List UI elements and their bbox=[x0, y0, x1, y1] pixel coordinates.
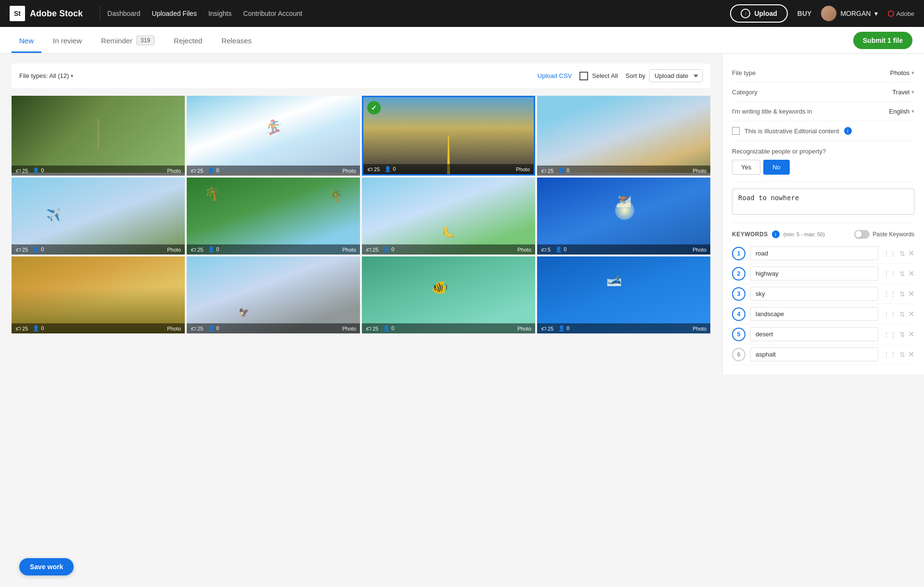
tab-new[interactable]: New bbox=[12, 28, 41, 53]
kw-drag-icon-1[interactable]: ⋮⋮ bbox=[883, 250, 897, 257]
kw-sort-icon-4[interactable]: ⇅ bbox=[899, 310, 905, 318]
title-input[interactable] bbox=[732, 189, 914, 215]
nav-uploaded-files[interactable]: Uploaded Files bbox=[152, 10, 197, 17]
adobe-icon: ⬡ bbox=[887, 9, 894, 18]
brand-logo[interactable]: St Adobe Stock bbox=[10, 6, 83, 21]
brand-name: Adobe Stock bbox=[30, 9, 83, 19]
people-count-7: 👤 0 bbox=[383, 246, 394, 253]
nav-insights[interactable]: Insights bbox=[208, 10, 231, 17]
keyword-num-5: 5 bbox=[732, 328, 745, 341]
image-cell-1[interactable]: 🏷 25 👤 0 Photo bbox=[12, 96, 185, 176]
tab-releases[interactable]: Releases bbox=[214, 28, 259, 53]
buy-link[interactable]: BUY bbox=[797, 10, 812, 17]
keyword-count-3: 🏷 25 bbox=[367, 166, 380, 172]
image-cell-10[interactable]: 🦅 🏷 25 👤 0 Photo bbox=[187, 256, 360, 333]
people-count-4: 👤 0 bbox=[558, 167, 569, 174]
editorial-info-icon[interactable]: i bbox=[844, 127, 852, 135]
upload-csv-button[interactable]: Upload CSV bbox=[538, 72, 572, 79]
keyword-input-5[interactable] bbox=[750, 327, 878, 341]
img-stats-10: 🏷 25 👤 0 bbox=[191, 325, 219, 332]
img-type-8: Photo bbox=[693, 247, 706, 253]
file-type-select[interactable]: Photos ▾ bbox=[890, 69, 914, 77]
img-type-1: Photo bbox=[167, 168, 181, 174]
keyword-input-1[interactable] bbox=[750, 246, 878, 260]
paste-keywords-toggle[interactable] bbox=[854, 230, 870, 239]
yes-button[interactable]: Yes bbox=[732, 160, 760, 175]
keyword-input-3[interactable] bbox=[750, 287, 878, 301]
select-all-checkbox[interactable] bbox=[579, 72, 588, 80]
img-type-10: Photo bbox=[342, 326, 356, 332]
sort-select[interactable]: Upload date Title File name bbox=[649, 69, 703, 82]
kw-drag-icon-6[interactable]: ⋮⋮ bbox=[883, 351, 897, 358]
image-cell-12[interactable]: 🎿 🏷 25 👤 0 Photo bbox=[537, 256, 710, 333]
image-cell-6[interactable]: 🌴 🌴 🏷 25 👤 0 Photo bbox=[187, 178, 360, 255]
keyword-row-1: 1 ⋮⋮ ⇅ ✕ bbox=[732, 243, 914, 264]
image-cell-9[interactable]: 🏷 25 👤 0 Photo bbox=[12, 256, 185, 333]
keyword-row-2: 2 ⋮⋮ ⇅ ✕ bbox=[732, 264, 914, 284]
keyword-input-2[interactable] bbox=[750, 267, 878, 281]
editorial-checkbox[interactable] bbox=[732, 127, 740, 135]
img-type-2: Photo bbox=[342, 168, 356, 174]
kw-remove-icon-6[interactable]: ✕ bbox=[908, 350, 914, 359]
kw-remove-icon-2[interactable]: ✕ bbox=[908, 269, 914, 278]
language-row: I'm writing title & keywords in English … bbox=[732, 102, 914, 121]
kw-actions-6: ⋮⋮ ⇅ ✕ bbox=[883, 350, 914, 359]
submit-button[interactable]: Submit 1 file bbox=[853, 32, 912, 49]
image-footer-6: 🏷 25 👤 0 Photo bbox=[187, 244, 360, 255]
kw-sort-icon-1[interactable]: ⇅ bbox=[899, 250, 905, 257]
language-arrow-icon: ▾ bbox=[911, 108, 914, 115]
adobe-label: Adobe bbox=[896, 10, 914, 17]
keywords-info-icon[interactable]: i bbox=[772, 230, 780, 238]
image-cell-7[interactable]: 🦶 🏷 25 👤 0 Photo bbox=[362, 178, 535, 255]
kw-remove-icon-5[interactable]: ✕ bbox=[908, 330, 914, 339]
kw-sort-icon-5[interactable]: ⇅ bbox=[899, 331, 905, 338]
keyword-num-3: 3 bbox=[732, 287, 745, 301]
upload-button[interactable]: ↑ Upload bbox=[730, 4, 787, 23]
image-footer-8: 🏷 5 👤 0 Photo bbox=[537, 244, 710, 255]
img-type-11: Photo bbox=[517, 326, 531, 332]
img-stats-9: 🏷 25 👤 0 bbox=[15, 325, 44, 332]
kw-drag-icon-4[interactable]: ⋮⋮ bbox=[883, 310, 897, 318]
file-type-label: File types: All (12) bbox=[19, 72, 69, 79]
no-button[interactable]: No bbox=[763, 160, 790, 175]
kw-sort-icon-3[interactable]: ⇅ bbox=[899, 290, 905, 298]
kw-remove-icon-4[interactable]: ✕ bbox=[908, 309, 914, 319]
image-cell-4[interactable]: 🏷 25 👤 0 Photo bbox=[537, 96, 710, 176]
kw-drag-icon-3[interactable]: ⋮⋮ bbox=[883, 290, 897, 298]
kw-remove-icon-1[interactable]: ✕ bbox=[908, 249, 914, 258]
image-grid: 🏷 25 👤 0 Photo 🏂 🏷 25 👤 0 Photo bbox=[12, 96, 710, 333]
tab-in-review[interactable]: In review bbox=[45, 28, 90, 53]
image-cell-11[interactable]: 🐠 🏷 25 👤 0 Photo bbox=[362, 256, 535, 333]
tabs-bar: New In review Reminder 319 Rejected Rele… bbox=[0, 27, 924, 54]
kw-sort-icon-6[interactable]: ⇅ bbox=[899, 351, 905, 358]
keyword-input-4[interactable] bbox=[750, 307, 878, 321]
nav-dashboard[interactable]: Dashboard bbox=[107, 10, 141, 17]
language-select[interactable]: English ▾ bbox=[889, 108, 914, 115]
yn-buttons: Yes No bbox=[732, 160, 914, 175]
kw-drag-icon-2[interactable]: ⋮⋮ bbox=[883, 270, 897, 278]
category-select[interactable]: Travel ▾ bbox=[892, 89, 914, 96]
select-all-label[interactable]: Select All bbox=[592, 72, 617, 79]
editorial-label: This is Illustrative Editorial content bbox=[744, 128, 839, 135]
sort-by-area: Sort by Upload date Title File name bbox=[626, 69, 703, 82]
image-cell-5[interactable]: ✈️ 🏷 25 👤 0 Photo bbox=[12, 178, 185, 255]
file-type-filter[interactable]: File types: All (12) ▾ bbox=[19, 72, 73, 79]
keyword-count-7: 🏷 25 bbox=[366, 247, 378, 253]
kw-sort-icon-2[interactable]: ⇅ bbox=[899, 270, 905, 278]
tab-reminder[interactable]: Reminder 319 bbox=[93, 27, 162, 53]
tab-rejected[interactable]: Rejected bbox=[166, 28, 210, 53]
kw-drag-icon-5[interactable]: ⋮⋮ bbox=[883, 331, 897, 338]
image-cell-3[interactable]: ✓ 🏷 25 👤 0 Photo bbox=[362, 96, 535, 176]
user-menu[interactable]: MORGAN ▾ bbox=[821, 6, 878, 21]
keywords-hint: (min: 5 - max: 50) bbox=[783, 231, 825, 237]
file-type-row: File type Photos ▾ bbox=[732, 64, 914, 83]
keyword-input-6[interactable] bbox=[750, 347, 878, 361]
paste-keywords-area[interactable]: Paste Keywords bbox=[854, 230, 914, 239]
img-stats-12: 🏷 25 👤 0 bbox=[541, 325, 569, 332]
recognizable-label: Recognizable people or property? bbox=[732, 148, 914, 155]
keyword-count-4: 🏷 25 bbox=[541, 168, 553, 174]
kw-remove-icon-3[interactable]: ✕ bbox=[908, 289, 914, 298]
image-cell-2[interactable]: 🏂 🏷 25 👤 0 Photo bbox=[187, 96, 360, 176]
image-cell-8[interactable]: ⛷️ 🏷 5 👤 0 Photo bbox=[537, 178, 710, 255]
nav-contributor-account[interactable]: Contributor Account bbox=[243, 10, 302, 17]
